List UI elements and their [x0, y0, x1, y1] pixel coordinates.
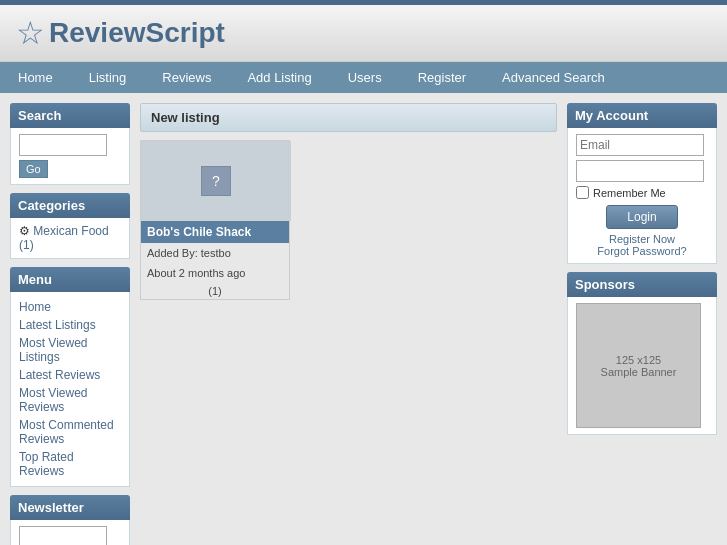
account-links: Register Now Forgot Password? — [576, 233, 708, 257]
remember-me-checkbox[interactable] — [576, 186, 589, 199]
password-input[interactable] — [576, 160, 704, 182]
listing-time-ago: About 2 months ago — [141, 263, 289, 283]
right-sidebar: My Account Remember Me Login Register No… — [567, 103, 717, 545]
menu-item-most-commented-reviews: Most Commented Reviews — [19, 416, 121, 448]
email-input[interactable] — [576, 134, 704, 156]
layout: Search Go Categories ⚙ Mexican Food (1) … — [0, 93, 727, 545]
my-account-header: My Account — [567, 103, 717, 128]
listing-title: Bob's Chile Shack — [141, 221, 289, 243]
nav: Home Listing Reviews Add Listing Users R… — [0, 62, 727, 93]
menu-box: Menu Home Latest Listings Most Viewed Li… — [10, 267, 130, 487]
nav-home[interactable]: Home — [0, 62, 71, 93]
search-input[interactable] — [19, 134, 107, 156]
nav-reviews[interactable]: Reviews — [144, 62, 229, 93]
main-content: New listing ? Bob's Chile Shack Added By… — [140, 103, 557, 545]
newsletter-box: Newsletter — [10, 495, 130, 545]
sponsor-banner-line2: Sample Banner — [601, 366, 677, 378]
left-sidebar: Search Go Categories ⚙ Mexican Food (1) … — [10, 103, 130, 545]
my-account-content: Remember Me Login Register Now Forgot Pa… — [567, 128, 717, 264]
menu-header: Menu — [10, 267, 130, 292]
listing-added-by: Added By: testbo — [141, 243, 289, 263]
newsletter-content — [10, 520, 130, 545]
category-item: ⚙ Mexican Food (1) — [19, 224, 121, 252]
categories-header: Categories — [10, 193, 130, 218]
remember-me-label: Remember Me — [593, 187, 666, 199]
header: ☆ ReviewScript — [0, 5, 727, 62]
sponsors-box: Sponsors 125 x125 Sample Banner — [567, 272, 717, 435]
menu-item-most-viewed-reviews: Most Viewed Reviews — [19, 384, 121, 416]
menu-item-top-rated-reviews: Top Rated Reviews — [19, 448, 121, 480]
nav-add-listing[interactable]: Add Listing — [229, 62, 329, 93]
login-button[interactable]: Login — [606, 205, 677, 229]
menu-content: Home Latest Listings Most Viewed Listing… — [10, 292, 130, 487]
nav-users[interactable]: Users — [330, 62, 400, 93]
sponsor-banner-line1: 125 x125 — [616, 354, 661, 366]
search-go-button[interactable]: Go — [19, 160, 48, 178]
logo-star: ☆ — [16, 17, 45, 49]
newsletter-header: Newsletter — [10, 495, 130, 520]
menu-item-latest-reviews: Latest Reviews — [19, 366, 121, 384]
category-icon: ⚙ — [19, 224, 30, 238]
nav-listing[interactable]: Listing — [71, 62, 145, 93]
categories-content: ⚙ Mexican Food (1) — [10, 218, 130, 259]
logo-text: ReviewScript — [49, 17, 225, 49]
forgot-password-link[interactable]: Forgot Password? — [576, 245, 708, 257]
search-box: Search Go — [10, 103, 130, 185]
sponsors-content: 125 x125 Sample Banner — [567, 297, 717, 435]
categories-box: Categories ⚙ Mexican Food (1) — [10, 193, 130, 259]
menu-item-most-viewed-listings: Most Viewed Listings — [19, 334, 121, 366]
listing-card[interactable]: ? Bob's Chile Shack Added By: testbo Abo… — [140, 140, 290, 300]
search-box-content: Go — [10, 128, 130, 185]
my-account-box: My Account Remember Me Login Register No… — [567, 103, 717, 264]
remember-me-row: Remember Me — [576, 186, 708, 199]
nav-advanced-search[interactable]: Advanced Search — [484, 62, 623, 93]
listing-thumb-placeholder: ? — [201, 166, 231, 196]
sponsors-header: Sponsors — [567, 272, 717, 297]
listing-rating: (1) — [141, 283, 289, 299]
register-link[interactable]: Register Now — [576, 233, 708, 245]
newsletter-input[interactable] — [19, 526, 107, 545]
listing-thumbnail: ? — [141, 141, 291, 221]
menu-item-latest-listings: Latest Listings — [19, 316, 121, 334]
section-header: New listing — [140, 103, 557, 132]
menu-item-home: Home — [19, 298, 121, 316]
search-box-header: Search — [10, 103, 130, 128]
sponsor-banner[interactable]: 125 x125 Sample Banner — [576, 303, 701, 428]
nav-register[interactable]: Register — [400, 62, 484, 93]
category-link[interactable]: Mexican Food (1) — [19, 224, 109, 252]
